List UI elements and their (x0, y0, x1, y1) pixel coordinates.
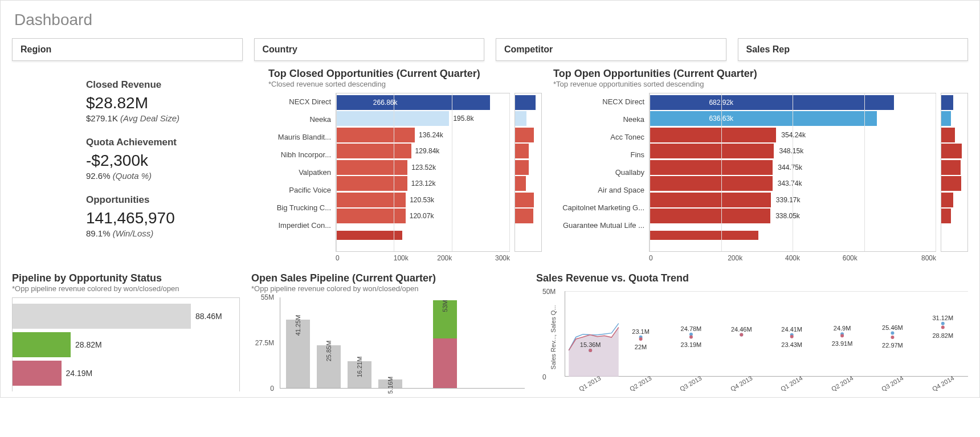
svg-point-8 (891, 332, 894, 335)
filter-country[interactable]: Country (254, 38, 485, 61)
trend-point-label: 25.46M (882, 324, 903, 331)
bar[interactable]: 120.07k (336, 209, 509, 223)
filter-competitor[interactable]: Competitor (496, 38, 726, 61)
mini-bar (941, 144, 962, 158)
trend-y-axis-label: Sales Rev..., Sales Q... (550, 305, 557, 370)
open-pipeline-panel: Open Sales Pipeline (Current Quarter) *O… (251, 272, 525, 391)
open-pipeline-title: Open Sales Pipeline (Current Quarter) (251, 272, 525, 284)
mini-bar (941, 209, 951, 223)
bar-label: Neeka (553, 111, 644, 128)
bar-label: Imperdiet Con... (268, 217, 331, 234)
pipeline-status-chart[interactable]: 88.46M28.82M24.19M (12, 297, 240, 391)
trend-panel: Sales Revenue vs. Quota Trend Sales Rev.… (536, 272, 968, 391)
mini-bar (941, 176, 961, 191)
mini-bar (515, 144, 529, 158)
trend-point-label: 24.78M (681, 325, 702, 332)
top-open-panel: Top Open Opportunities (Current Quarter)… (553, 68, 968, 262)
svg-point-13 (740, 333, 743, 337)
bar[interactable]: 120.53k (336, 193, 509, 207)
svg-point-14 (790, 335, 794, 338)
svg-point-15 (840, 334, 844, 337)
pipeline-column[interactable]: 25.85M (317, 345, 341, 388)
kpi-opps-value: 141,465,970 (86, 209, 257, 227)
bar[interactable]: 123.52k (336, 160, 509, 175)
bar-label: Fins (553, 146, 644, 164)
filter-region[interactable]: Region (12, 38, 243, 61)
trend-point-label: 31.12M (932, 315, 953, 321)
trend-point-label: 15.36M (580, 341, 601, 348)
trend-chart[interactable]: 15.36M23.1M24.78M24.46M24.41M24.9M25.46M… (565, 291, 968, 377)
top-closed-subtitle: *Closed revenue sorted descending (268, 80, 542, 88)
bar-label: Mauris Blandit... (268, 128, 331, 146)
kpi-panel: Closed Revenue $28.82M $279.1K (Avg Deal… (12, 68, 257, 262)
bar[interactable]: 266.86k (336, 95, 509, 110)
mini-bar (515, 193, 534, 207)
mini-bar (941, 128, 955, 142)
bar[interactable]: 136.24k (336, 128, 509, 142)
svg-point-12 (689, 335, 693, 338)
bar-label: Quallaby (553, 164, 644, 181)
bar-label: Air and Space (553, 181, 644, 199)
kpi-quota-label: Quota Achievement (86, 137, 257, 148)
mini-bar (941, 193, 953, 207)
svg-point-9 (941, 322, 945, 325)
pipeline-bar[interactable]: 28.82M (13, 332, 239, 357)
kpi-opps-label: Opportunities (86, 194, 257, 206)
bar-label: Valpatken (268, 164, 331, 181)
pipeline-status-panel: Pipeline by Opportunity Status *Opp pipe… (12, 272, 240, 391)
bar[interactable]: 129.84k (336, 144, 509, 158)
kpi-quota-sub: 92.6% (Quota %) (86, 171, 257, 181)
bar-label: NECX Direct (553, 93, 644, 111)
trend-point-label: 22M (635, 344, 647, 350)
top-closed-title: Top Closed Opportunities (Current Quarte… (268, 68, 542, 80)
trend-point-label: 24.9M (834, 325, 851, 332)
pipeline-column[interactable]: 41.25M (286, 320, 310, 388)
bar-label: Nibh Incorpor... (268, 146, 331, 164)
top-open-title: Top Open Opportunities (Current Quarter) (553, 68, 968, 80)
bar-label: Capitolnet Marketing G... (553, 199, 644, 217)
pipeline-column[interactable]: 5.16M (378, 379, 402, 388)
trend-point-label: 22.97M (882, 342, 903, 349)
top-closed-chart[interactable]: NECX DirectNeekaMauris Blandit...Nibh In… (268, 93, 542, 252)
page-title: Dashboard (14, 11, 968, 29)
mini-bar (515, 95, 536, 110)
pipeline-column[interactable]: 53M (433, 300, 457, 388)
trend-point-label: 24.41M (781, 326, 802, 333)
top-open-chart[interactable]: NECX DirectNeekaAcc TonecFinsQuallabyAir… (553, 93, 968, 252)
mini-bar (515, 111, 526, 126)
bar-label: Guarantee Mutual Life ... (553, 217, 644, 234)
mini-bar (515, 176, 526, 191)
bar[interactable]: 123.12k (336, 176, 509, 191)
trend-point-label: 23.91M (832, 340, 853, 347)
pipeline-column[interactable]: 16.21M (348, 361, 371, 388)
svg-point-10 (589, 349, 592, 352)
bar[interactable]: 195.8k (336, 111, 509, 126)
bar-label: Neeka (268, 111, 331, 128)
bar-label: Big Trucking C... (268, 199, 331, 217)
mini-bar (515, 128, 534, 142)
mini-bar (941, 95, 953, 110)
trend-point-label: 28.82M (932, 332, 953, 339)
svg-point-17 (941, 326, 945, 329)
mini-bar (941, 111, 951, 126)
top-closed-panel: Top Closed Opportunities (Current Quarte… (268, 68, 542, 262)
pipeline-bar[interactable]: 24.19M (13, 361, 239, 386)
trend-title: Sales Revenue vs. Quota Trend (536, 272, 968, 284)
svg-point-11 (639, 337, 643, 341)
filter-bar: Region Country Competitor Sales Rep (12, 38, 968, 61)
kpi-closed-revenue-label: Closed Revenue (86, 79, 257, 91)
mini-bar (515, 209, 533, 223)
pipeline-bar[interactable]: 88.46M (13, 304, 239, 329)
pipeline-status-subtitle: *Opp pipeline revenue colored by won/clo… (12, 284, 240, 293)
mini-bar (515, 160, 529, 175)
bar-label: Pacific Voice (268, 181, 331, 199)
svg-point-16 (891, 336, 894, 339)
kpi-quota-value: -$2,300k (86, 152, 257, 170)
top-open-subtitle: *Top revenue opportunities sorted descen… (553, 80, 968, 88)
open-pipeline-chart[interactable]: 41.25M25.85M16.21M5.16M53M (280, 297, 525, 389)
mini-bar (941, 160, 961, 175)
bar-label: NECX Direct (268, 93, 331, 111)
trend-point-label: 23.43M (781, 341, 802, 348)
filter-sales-rep[interactable]: Sales Rep (738, 38, 969, 61)
trend-point-label: 23.1M (632, 328, 650, 335)
